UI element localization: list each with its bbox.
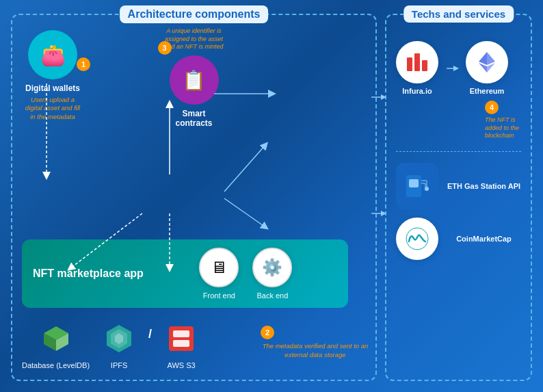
svg-rect-18 [422,60,427,71]
db-icon [38,320,75,357]
svg-marker-30 [381,94,386,100]
svg-rect-16 [407,57,412,71]
infura-icon [396,41,438,83]
wallet-subtitle: Users upload a digital asset and fill in… [22,96,83,121]
wallet-icon: 👛 [40,43,66,67]
techs-content: Infura.io Eth [393,36,524,260]
aws-item: AWS S3 [163,320,200,370]
wallet-icon-circle: 👛 [28,30,77,79]
svg-rect-17 [414,53,420,71]
ethereum-label: Ethereum [470,87,505,95]
smart-contracts-section: 3 A unique identifier is assigned to the… [163,27,225,128]
cmc-icon [396,218,438,260]
eth-note-area: 4 The NFT is added to the blockchain [485,101,521,140]
techs-panel: Techs and services Infura.io [385,14,532,381]
arch-panel-title: Architecture components [120,5,269,23]
backend-icon: ⚙️ [262,258,282,277]
slash-divider: / [148,327,152,341]
db-label: Database (LevelDB) [22,361,90,370]
frontend-label: Front end [203,291,235,300]
backend-label: Back end [256,291,288,300]
techs-divider [396,151,521,152]
svg-marker-22 [479,52,487,65]
step-2-badge: 2 [261,326,274,339]
step-1-badge: 1 [77,57,90,71]
infura-item: Infura.io [396,41,438,95]
backend-component: ⚙️ Back end [252,248,292,300]
frontend-icon: 🖥 [211,258,227,277]
step-3-badge: 3 [158,41,172,55]
svg-rect-26 [409,179,419,187]
frontend-icon-circle: 🖥 [199,248,239,287]
step-4-badge: 4 [485,101,499,114]
svg-rect-7 [173,330,189,337]
cmc-item: CoinMarketCap [396,218,521,260]
smart-contracts-icon-circle: 📋 [170,55,219,105]
ipfs-item: IPFS [101,320,137,370]
nft-app-box: NFT marketplace app 🖥 Front end ⚙️ Back … [22,239,348,308]
gas-station-item: ETH Gas Station API [396,163,521,209]
backend-icon-circle: ⚙️ [252,248,292,287]
cmc-label: CoinMarketCap [447,235,521,243]
storage-note-area: 2 The metadata verified and sent to an e… [261,326,370,359]
ipfs-label: IPFS [111,361,127,370]
eth-note: The NFT is added to the blockchain [485,116,521,140]
svg-rect-6 [169,326,194,351]
gas-icon [396,163,438,209]
smart-contracts-label: Smart contracts [163,109,225,128]
infura-label: Infura.io [402,87,432,95]
database-item: Database (LevelDB) [22,320,90,370]
smart-contracts-icon: 📋 [182,69,206,92]
arch-panel: Architecture components 👛 Digital wallet… [11,14,377,381]
wallet-label: Digital wallets [25,83,80,93]
aws-label: AWS S3 [167,361,195,370]
aws-icon [163,320,200,357]
svg-line-14 [224,198,265,227]
infura-eth-arrow [445,62,459,75]
storage-area: Database (LevelDB) IPFS / [22,320,200,370]
storage-note: The metadata verified and sent to an ext… [261,342,370,359]
nft-app-icons: 🖥 Front end ⚙️ Back end [155,248,337,300]
ethereum-item: Ethereum [466,41,508,95]
techs-panel-title: Techs and services [403,5,514,23]
smart-contracts-note: A unique identifier is assigned to the a… [163,27,225,51]
nft-app-label: NFT marketplace app [33,267,144,280]
ipfs-icon [101,320,137,357]
gas-label: ETH Gas Station API [447,182,521,190]
svg-point-27 [425,187,429,191]
frontend-component: 🖥 Front end [199,248,239,300]
svg-rect-8 [173,340,189,347]
ethereum-icon [466,41,508,83]
infura-eth-row: Infura.io Eth [396,41,521,95]
svg-marker-21 [487,52,495,65]
digital-wallets-section: 👛 Digital wallets Users upload a digital… [22,30,83,121]
svg-line-13 [224,145,265,192]
svg-marker-32 [381,211,386,216]
svg-marker-20 [453,66,459,71]
